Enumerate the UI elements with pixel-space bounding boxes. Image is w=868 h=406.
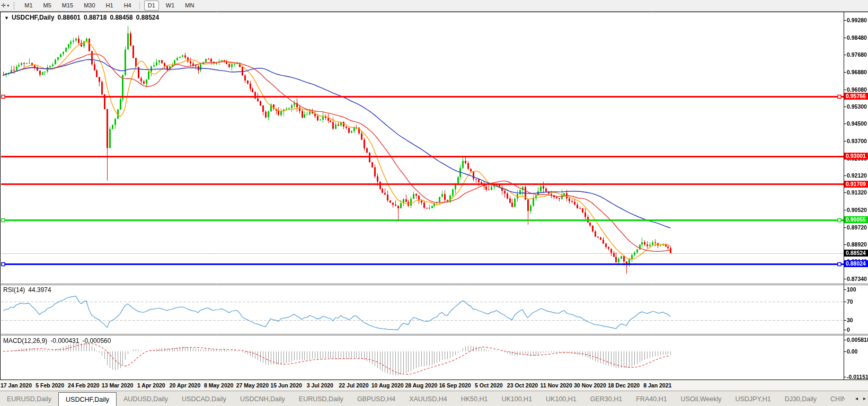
macd-indicator-label: MACD(12,26,9)-0.000431-0.000560 [3,337,114,345]
price-axis-label: 0.99280 [847,17,867,23]
macd-signal-value: -0.000560 [82,337,111,345]
price-level-badge[interactable]: 0.88024 [844,260,868,267]
date-axis-label: 8 May 2020 [204,382,233,389]
current-price-badge: 0.88524 [844,250,868,257]
price-axis-label: 0.90520 [847,207,867,213]
open-price-value: 0.88601 [58,14,81,21]
chart-tab-usoil-weekly[interactable]: USOil,Weekly [674,391,729,406]
macd-axis-label: 0.005818 [847,337,868,343]
date-axis-label: 10 Aug 2020 [371,382,404,389]
chart-tab-gbpusd-h4[interactable]: GBPUSD,H4 [350,391,402,406]
date-axis-label: 1 Apr 2020 [137,382,165,389]
date-axis-label: 15 Jun 2020 [270,382,302,389]
chevron-down-icon[interactable]: ▾ [7,3,9,8]
chart-tab-usdchf-daily[interactable]: USDCHF,Daily [58,392,117,406]
low-price-value: 0.88458 [110,14,132,21]
chart-tab-dj30-daily[interactable]: DJ30,Daily [778,391,823,406]
toolbar-separator [139,2,140,10]
scroll-tabs-left-icon[interactable]: ◂ [855,395,858,401]
toolbar-grip-handle[interactable] [13,2,15,10]
chart-tab-eurusd-daily[interactable]: EURUSD,Daily [0,391,58,406]
date-axis-label: 5 Feb 2020 [36,382,64,389]
price-chart-canvas[interactable] [0,0,868,406]
collapse-chart-icon[interactable]: ▼ [4,15,9,21]
date-axis-label: 28 Aug 2020 [405,382,437,389]
price-axis-label: 0.96880 [847,69,867,75]
price-axis-label: 0.89720 [847,224,867,231]
chart-tabs-bar: EURUSD,DailyUSDCHF,DailyAUDUSD,DailyUSDC… [0,391,868,406]
macd-axis-label: 0.00 [847,348,857,355]
price-axis-label: 0.87340 [847,276,867,282]
mt4-terminal-window: ✛ ▾ M1M5M15M30H1H4D1W1MN ▼USDCHF,Daily0.… [0,0,868,406]
price-axis-label: 0.94500 [847,120,867,127]
timeframe-button-w1[interactable]: W1 [162,1,179,11]
rsi-axis-label: 0 [847,326,850,333]
date-axis-label: 8 Jan 2021 [643,382,671,389]
pointer-tool-icon[interactable]: ✛ [1,2,6,9]
chart-tab-xauusd-h4[interactable]: XAUUSD,H4 [402,391,454,406]
rsi-name: RSI(14) [3,286,25,294]
date-axis-label: 5 Oct 2020 [475,382,503,389]
chart-tab-eurusd-daily[interactable]: EURUSD,Daily [292,391,350,406]
date-axis-label: 13 Mar 2020 [102,382,134,389]
rsi-axis-label: 100 [847,286,856,293]
chart-tab-usdcnh-daily[interactable]: USDCNH,Daily [233,391,292,406]
rsi-axis-label: 70 [847,298,853,305]
price-axis-label: 0.88920 [847,241,867,248]
price-axis-label: 0.92120 [847,172,867,179]
price-level-badge[interactable]: 0.90055 [844,216,868,223]
price-axis-label: 0.96080 [847,86,867,93]
price-level-badge[interactable]: 0.93001 [844,153,868,160]
chart-tab-uk100-h1[interactable]: UK100,H1 [539,391,583,406]
price-axis-label: 0.91320 [847,189,867,196]
timeframe-button-group: M1M5M15M30H1H4D1W1MN [19,1,199,11]
timeframe-button-m30[interactable]: M30 [80,1,99,11]
timeframe-button-mn[interactable]: MN [181,1,198,11]
timeframe-button-m1[interactable]: M1 [21,1,36,11]
price-axis-label: 0.95300 [847,103,867,110]
timeframe-button-m15[interactable]: M15 [58,1,77,11]
price-level-badge[interactable]: 0.95766 [844,93,868,100]
chart-tab-fra40-h1[interactable]: FRA40,H1 [629,391,674,406]
rsi-axis-label: 30 [847,317,853,323]
timeframe-button-d1[interactable]: D1 [144,1,159,11]
price-axis-label: 0.93700 [847,138,867,144]
scroll-tabs-right-icon[interactable]: ▸ [863,395,866,401]
date-axis-label: 22 Jul 2020 [339,382,368,389]
chart-tab-hk50-h1[interactable]: HK50,H1 [454,391,495,406]
date-axis-label: 11 Nov 2020 [541,382,572,389]
date-axis-label: 23 Oct 2020 [507,382,538,389]
date-axis-label: 3 Jul 2020 [307,382,333,389]
chart-tab-usdjpy-h1[interactable]: USDJPY,H1 [728,391,777,406]
macd-main-value: -0.000431 [50,337,79,345]
timeframe-button-h1[interactable]: H1 [102,1,117,11]
date-axis-label: 24 Feb 2020 [68,382,100,389]
macd-name: MACD(12,26,9) [3,337,47,345]
high-price-value: 0.88718 [84,14,107,21]
date-axis-label: 30 Nov 2020 [574,382,606,389]
chart-tab-china300-h1[interactable]: CHINA300,H1 [823,391,845,406]
timeframe-toolbar: ✛ ▾ M1M5M15M30H1H4D1W1MN [0,0,868,12]
timeframe-button-m5[interactable]: M5 [40,1,55,11]
date-axis-label: 27 May 2020 [236,382,269,389]
timeframe-button-h4[interactable]: H4 [120,1,135,11]
chart-tab-ger30-h1[interactable]: GER30,H1 [583,391,629,406]
price-axis-label: 0.98480 [847,34,867,41]
chart-tab-uk100-h1[interactable]: UK100,H1 [494,391,539,406]
chart-tabs-track: EURUSD,DailyUSDCHF,DailyAUDUSD,DailyUSDC… [0,391,845,406]
rsi-current-value: 44.3974 [28,286,51,294]
rsi-indicator-label: RSI(14)44.3974 [3,286,55,294]
macd-axis-label: -0.011514 [847,374,868,380]
price-axis-label: 0.97680 [847,51,867,58]
date-axis-label: 20 Apr 2020 [170,382,201,389]
chart-title: ▼USDCHF,Daily0.886010.887180.884580.8852… [4,14,162,21]
tab-scroll-controls: ◂ ▸ [855,391,866,406]
chart-tab-usdcad-daily[interactable]: USDCAD,Daily [175,391,233,406]
symbol-period-label: USDCHF,Daily [12,14,55,21]
price-level-badge[interactable]: 0.91709 [844,181,868,188]
date-axis-label: 16 Sep 2020 [439,382,471,389]
date-axis-label: 18 Dec 2020 [608,382,640,389]
close-price-value: 0.88524 [136,14,159,21]
chart-tab-audusd-daily[interactable]: AUDUSD,Daily [117,391,175,406]
date-axis-label: 17 Jan 2020 [1,382,32,389]
